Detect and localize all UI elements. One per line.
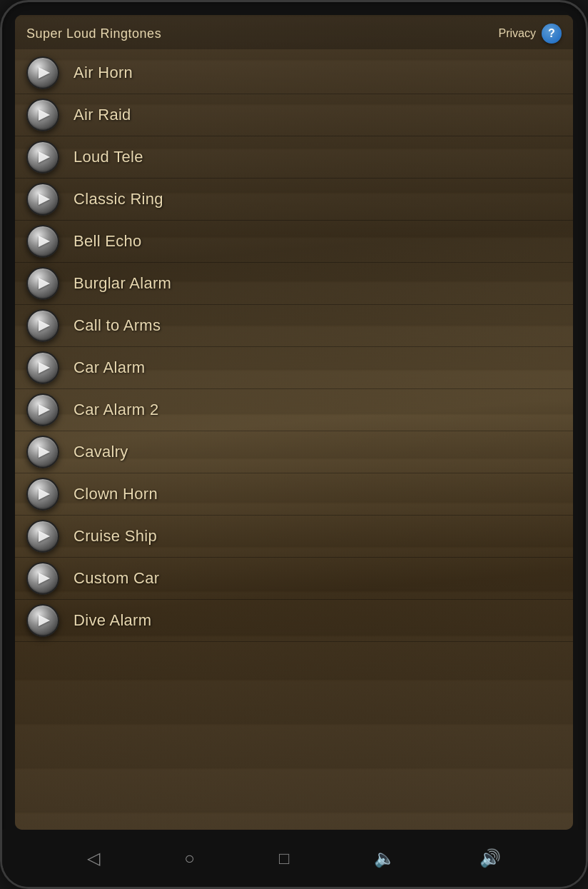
home-button[interactable] (177, 841, 202, 875)
play-button[interactable] (26, 225, 59, 258)
screen: Super Loud Ringtones Privacy ? Air HornA… (15, 15, 573, 830)
list-item[interactable]: Call to Arms (15, 305, 573, 347)
header-right: Privacy ? (499, 24, 562, 44)
help-icon[interactable]: ? (542, 24, 562, 44)
list-item[interactable]: Air Raid (15, 94, 573, 136)
volume-down-button[interactable] (367, 841, 402, 875)
volume-up-button[interactable] (472, 841, 508, 875)
play-button[interactable] (26, 183, 59, 216)
list-item[interactable]: Car Alarm 2 (15, 389, 573, 431)
privacy-button[interactable]: Privacy (499, 27, 536, 40)
list-item[interactable]: Car Alarm (15, 347, 573, 389)
list-item[interactable]: Cruise Ship (15, 516, 573, 558)
ringtone-name: Call to Arms (74, 316, 161, 335)
ringtone-name: Cruise Ship (74, 527, 157, 546)
nav-bar (2, 830, 586, 887)
play-button[interactable] (26, 267, 59, 300)
list-item[interactable]: Clown Horn (15, 473, 573, 516)
play-button[interactable] (26, 309, 59, 342)
ringtone-name: Bell Echo (74, 232, 142, 251)
list-item[interactable]: Burglar Alarm (15, 263, 573, 305)
play-button[interactable] (26, 436, 59, 468)
ringtone-name: Clown Horn (74, 485, 158, 503)
list-item[interactable]: Dive Alarm (15, 600, 573, 642)
ringtone-name: Classic Ring (74, 190, 163, 209)
list-item[interactable]: Loud Tele (15, 136, 573, 179)
recent-apps-button[interactable] (272, 841, 297, 875)
list-item[interactable]: Air Horn (15, 52, 573, 94)
ringtone-name: Air Horn (74, 64, 133, 82)
play-button[interactable] (26, 520, 59, 553)
list-item[interactable]: Cavalry (15, 431, 573, 473)
ringtone-name: Air Raid (74, 106, 131, 124)
ringtone-name: Car Alarm 2 (74, 401, 158, 419)
ringtone-name: Cavalry (74, 443, 128, 461)
play-button[interactable] (26, 393, 59, 426)
device-frame: Super Loud Ringtones Privacy ? Air HornA… (0, 0, 588, 889)
list-item[interactable]: Bell Echo (15, 221, 573, 263)
ringtone-name: Car Alarm (74, 358, 146, 377)
ringtone-name: Burglar Alarm (74, 274, 171, 293)
back-button[interactable] (80, 841, 107, 875)
play-button[interactable] (26, 562, 59, 595)
app-header: Super Loud Ringtones Privacy ? (15, 15, 573, 49)
play-button[interactable] (26, 604, 59, 637)
play-button[interactable] (26, 478, 59, 511)
ringtone-name: Custom Car (74, 569, 159, 588)
screen-content: Super Loud Ringtones Privacy ? Air HornA… (15, 15, 573, 830)
app-title: Super Loud Ringtones (26, 26, 161, 41)
list-item[interactable]: Classic Ring (15, 179, 573, 221)
ringtone-name: Loud Tele (74, 148, 143, 166)
ringtone-name: Dive Alarm (74, 611, 151, 630)
play-button[interactable] (26, 56, 59, 89)
play-button[interactable] (26, 141, 59, 174)
ringtone-list: Air HornAir RaidLoud TeleClassic RingBel… (15, 49, 573, 830)
play-button[interactable] (26, 99, 59, 131)
play-button[interactable] (26, 351, 59, 384)
list-item[interactable]: Custom Car (15, 558, 573, 600)
